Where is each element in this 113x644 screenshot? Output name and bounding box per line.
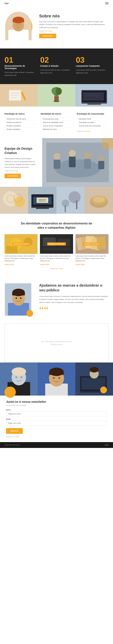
services-photos-row	[0, 84, 113, 106]
email-label: Email	[6, 418, 107, 420]
list-item: → Identidade virtual	[77, 117, 108, 120]
strategy-col-2: Identidade da marca → Posicionamento vis…	[41, 112, 72, 132]
creative-credit: Imagens de Freepik	[5, 170, 38, 172]
creative-cta-button[interactable]: SAIBA MAIS	[5, 174, 21, 178]
svg-point-33	[55, 160, 100, 178]
card-3-link[interactable]: SAIBA MAIS	[76, 264, 85, 266]
svg-rect-55	[76, 200, 77, 209]
card-1-badge: EXEMPLO DE TÍTULO	[12, 242, 30, 246]
brand-section: Ajudamos as marcas a deslumbrar o seu pú…	[0, 277, 113, 322]
navigation: logo	[0, 0, 113, 6]
svg-point-6	[16, 24, 17, 25]
newsletter-credit: Imagem de Freepik	[6, 436, 107, 438]
quote-mark-icon: ““	[39, 306, 108, 314]
digital-card-3: EXEMPLO DE TÍTULO Lorem ipsum dolor sit …	[76, 234, 108, 266]
creative-image-panel	[42, 138, 113, 187]
footer-link[interactable]: Sitefy	[105, 444, 108, 446]
logo[interactable]: logo	[5, 2, 9, 4]
svg-point-88	[15, 376, 17, 378]
hero-title: Sobre nós	[39, 14, 108, 18]
brand-title: Ajudamos as marcas a deslumbrar o seu pú…	[39, 283, 108, 292]
creative-title: Equipe de Design Criativo	[5, 146, 38, 155]
step-1-title: Desenvolvimento de Tecnologias	[5, 65, 37, 70]
nl-orange-circle-1	[5, 386, 16, 398]
email-input[interactable]	[6, 421, 107, 426]
hero-cta-button[interactable]: SAIBA MAIS	[39, 34, 56, 38]
hero-credit-text: Imagem de	[39, 30, 47, 32]
svg-point-82	[16, 298, 17, 299]
svg-rect-57	[65, 206, 66, 212]
name-input[interactable]	[6, 411, 107, 416]
svg-rect-81	[12, 292, 25, 296]
newsletter-form-panel: Junte-se à nossa newsletter Lorem ipsum …	[0, 396, 113, 442]
list-item: → Sistema de identidade visual	[41, 120, 72, 124]
hamburger-menu[interactable]	[105, 2, 108, 4]
list-item: → Análise da audiência	[5, 120, 36, 124]
strategy-col-2-title: Identidade da marca	[41, 112, 72, 115]
editable-text-content: box Click again or double click to start…	[38, 340, 75, 346]
svg-point-96	[58, 377, 60, 379]
svg-point-36	[69, 150, 76, 157]
svg-point-54	[69, 191, 81, 203]
digital-credit: Imagem de Freepik	[5, 268, 108, 270]
step-1-number: 01	[5, 56, 37, 64]
editable-text-box[interactable]: box Click again or double click to start…	[5, 324, 108, 362]
card-2-link[interactable]: SAIBA MAIS	[40, 264, 49, 266]
step-3: 03 Lançamento Campanha Lorem ipsum dolor…	[76, 56, 108, 76]
footer: Sitefy Pro | Feito com ♥ Sitefy	[0, 442, 113, 448]
hero-credit: Imagem de Freepik	[39, 30, 108, 32]
digital-section: Da identidade corporativa ao desenvolvim…	[0, 214, 113, 277]
svg-point-21	[56, 88, 62, 95]
newsletter-credit-link[interactable]: Freepik	[14, 436, 19, 438]
strategy-col-1-title: Estratégia de marca	[5, 112, 36, 115]
svg-rect-41	[98, 161, 104, 169]
svg-rect-5	[13, 20, 24, 22]
list-item: → Aplicação de marca	[41, 128, 72, 131]
organic-breads-badge: ORGANIC BREADS	[37, 198, 48, 203]
step-3-title: Lançamento Campanha	[76, 65, 108, 67]
strategy-credit-link[interactable]: Freepik	[85, 130, 90, 132]
hero-description: Duis aute irure dolor in reprehenderit i…	[39, 20, 108, 29]
svg-point-7	[20, 24, 21, 25]
list-item: → Guia de ícones e ilustrações	[41, 124, 72, 128]
svg-point-83	[20, 298, 22, 299]
card-1-link[interactable]: SAIBA MAIS	[5, 264, 14, 266]
brand-text: Ajudamos as marcas a deslumbrar o seu pú…	[39, 283, 108, 314]
card-2-image: EXEMPLO DE TÍTULO	[40, 234, 73, 254]
avatar	[5, 12, 32, 40]
digital-cards-row: EXEMPLO DE TÍTULO Lorem ipsum dolor sit …	[5, 234, 108, 266]
step-2-desc: Lorem ipsum dolor sit amet, consectetur …	[40, 68, 73, 74]
card-3-desc: Lorem ipsum dolor sit amet, click to sel…	[76, 255, 108, 262]
newsletter-subtitle: Lorem ipsum dolor sit amet	[6, 404, 107, 406]
svg-point-102	[90, 367, 99, 372]
svg-point-44	[14, 196, 25, 207]
photo-3	[75, 84, 113, 106]
form-field-name: Nome	[6, 409, 107, 416]
step-1: 01 Desenvolvimento de Tecnologias Lorem …	[5, 56, 37, 76]
digital-credit-link[interactable]: Freepik	[58, 268, 63, 270]
strategy-col-3-title: Estratégia de comunicação	[77, 112, 108, 115]
product-photo-4	[85, 187, 113, 214]
strategy-credit: Imagens de Freepik	[77, 130, 108, 132]
strategy-col-3-list: → Identidade virtual → Exploração de ori…	[77, 117, 108, 128]
svg-point-34	[54, 153, 61, 160]
nl-photo-2	[38, 362, 75, 396]
photo-2	[38, 84, 75, 106]
svg-point-40	[98, 155, 104, 161]
product-photo-1	[0, 187, 28, 214]
card-2-desc: Lorem ipsum dolor sit amet, click to sel…	[40, 255, 73, 262]
product-photo-3	[56, 187, 85, 214]
svg-point-89	[21, 376, 22, 378]
photo-1	[0, 84, 38, 106]
hero-credit-link[interactable]: Freepik	[47, 30, 52, 32]
footer-copyright: Sitefy Pro | Feito com ♥	[5, 444, 20, 446]
creative-desc: Pellentesque habitant morbi tristique se…	[5, 157, 38, 169]
steps-section: 01 Desenvolvimento de Tecnologias Lorem …	[0, 48, 113, 84]
creative-text-panel: Equipe de Design Criativo Pellentesque h…	[0, 138, 42, 187]
stripes-decoration	[102, 138, 113, 148]
digital-card-1: EXEMPLO DE TÍTULO Lorem ipsum dolor sit …	[5, 234, 37, 266]
creative-credit-link[interactable]: Freepik	[13, 170, 18, 172]
svg-rect-37	[69, 157, 76, 168]
newsletter-submit-button[interactable]: ENVIAR	[6, 428, 23, 434]
svg-rect-27	[87, 104, 101, 105]
